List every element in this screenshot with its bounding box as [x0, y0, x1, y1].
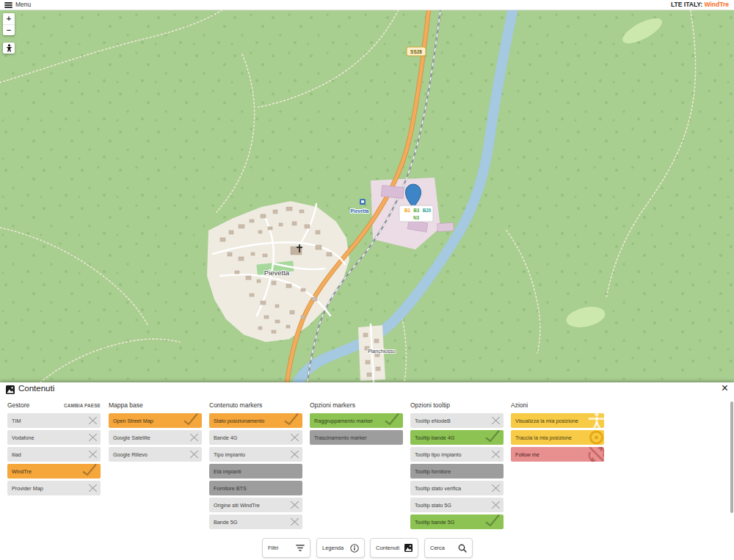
action-button[interactable]: Traccia la mia posizione — [511, 430, 604, 445]
toggle-item[interactable]: Tooltip stato verifica — [410, 481, 504, 495]
toggle-item[interactable]: Tooltip bande 4G — [410, 430, 504, 445]
target-icon — [586, 430, 604, 445]
item-label: Provider Map — [12, 485, 43, 492]
item-label: Vodafone — [12, 434, 34, 441]
app-title: LTE ITALY: WindTre — [671, 1, 729, 8]
follow-off-icon — [587, 447, 604, 462]
band-4g-label: B20 — [423, 208, 432, 213]
image-icon — [404, 544, 413, 552]
check-icon — [484, 514, 501, 527]
cerca-button[interactable]: Cerca — [424, 538, 473, 558]
filtri-button[interactable]: Filtri — [262, 538, 310, 558]
contenuti-panel: Contenuti × Gestore CAMBIA PAESE TIMVoda… — [0, 382, 734, 560]
toggle-item[interactable]: Tooltip eNodeB — [410, 413, 504, 428]
action-button[interactable]: Visualizza la mia posizione — [511, 413, 604, 428]
toggle-item[interactable]: WindTre — [7, 464, 101, 479]
item-label: Tooltip fornitore — [415, 468, 451, 475]
column-opzioni-tooltip: Opzioni tooltip Tooltip eNodeBTooltip ba… — [410, 401, 504, 531]
zoom-control: + − — [3, 13, 15, 35]
toggle-item[interactable]: Bande 4G — [209, 430, 302, 445]
check-icon — [81, 464, 98, 476]
band-4g-label: B3 — [413, 208, 420, 213]
x-icon — [189, 433, 200, 443]
item-label: Tooltip stato verifica — [415, 485, 461, 492]
item-label: TIM — [12, 418, 21, 424]
contenuti-button[interactable]: Contenuti — [370, 538, 418, 558]
column-header: Opzioni tooltip — [410, 401, 450, 409]
filtri-button-label: Filtri — [268, 545, 278, 551]
item-label: Tooltip bande 4G — [415, 434, 454, 441]
toggle-item[interactable]: TIM — [7, 413, 101, 428]
column-mappa-base: Mappa base Open Street MapGoogle Satelli… — [109, 401, 202, 464]
locate-me-button[interactable] — [3, 43, 15, 54]
image-icon — [6, 385, 15, 394]
x-icon — [87, 433, 98, 443]
app-title-prefix: LTE ITALY: — [671, 1, 702, 8]
toggle-item[interactable]: Tooltip tipo impianto — [410, 447, 504, 462]
toggle-item[interactable]: Tooltip stato 5G — [410, 498, 504, 512]
toggle-item[interactable]: Origine siti WindTre — [209, 498, 302, 512]
toggle-item[interactable]: Vodafone — [7, 430, 101, 445]
toggle-item[interactable]: Google Satellite — [109, 430, 202, 445]
item-label: Tooltip tipo impianto — [415, 451, 462, 458]
top-bar: Menu LTE ITALY: WindTre — [0, 0, 734, 10]
item-label: WindTre — [12, 468, 32, 475]
toggle-item[interactable]: Provider Map — [7, 481, 101, 495]
toggle-item: Tooltip fornitore — [410, 464, 504, 479]
toggle-item[interactable]: Google Rilievo — [109, 447, 202, 462]
item-label: Origine siti WindTre — [214, 502, 260, 509]
x-icon — [87, 416, 98, 426]
panel-title: Contenuti — [18, 384, 54, 393]
toggle-item[interactable]: Tooltip bande 5G — [410, 514, 504, 529]
check-icon — [183, 413, 199, 426]
pegman-icon — [6, 44, 12, 52]
item-label: Fornitore BTS — [214, 485, 247, 492]
x-icon — [87, 484, 98, 493]
item-label: Raggruppamento marker — [314, 418, 373, 424]
column-azioni: Azioni Visualizza la mia posizioneTracci… — [511, 401, 604, 464]
item-label: Bande 5G — [214, 519, 237, 526]
panel-scrollbar[interactable] — [730, 401, 733, 513]
x-icon — [289, 517, 300, 527]
x-icon — [189, 450, 200, 459]
zoom-in-button[interactable]: + — [3, 13, 15, 24]
column-header: Gestore — [7, 401, 29, 409]
x-icon — [289, 433, 300, 443]
person-icon — [587, 413, 604, 428]
item-label: Tooltip bande 5G — [415, 519, 454, 526]
column-header: Contenuto markers — [209, 401, 262, 409]
menu-label[interactable]: Menu — [15, 1, 31, 8]
toggle-item[interactable]: Stato posizionamento — [209, 413, 302, 428]
toggle-item[interactable]: Open Street Map — [109, 413, 202, 428]
hamburger-menu-icon[interactable] — [4, 2, 12, 8]
road-badge: SS28 — [407, 47, 426, 56]
zoom-out-button[interactable]: − — [3, 24, 15, 35]
item-label: Tooltip eNodeB — [415, 418, 451, 424]
item-label: Trascinamento marker — [314, 434, 367, 441]
station-label: Pievetta — [351, 208, 369, 214]
toggle-item[interactable]: iliad — [7, 447, 101, 462]
action-button[interactable]: Follow me — [511, 447, 604, 462]
item-label: Tooltip stato 5G — [415, 502, 451, 509]
x-icon — [289, 450, 300, 459]
band-5g-label: N3 — [413, 215, 420, 220]
close-icon[interactable]: × — [722, 382, 728, 394]
svg-text:SS28: SS28 — [410, 49, 422, 54]
item-label: Età impianti — [214, 468, 241, 475]
info-icon — [350, 544, 359, 553]
toggle-item[interactable]: Tipo impianto — [209, 447, 302, 462]
toggle-item[interactable]: Raggruppamento marker — [310, 413, 403, 428]
toggle-item[interactable]: Bande 5G — [209, 514, 302, 529]
item-label: Google Satellite — [113, 434, 150, 441]
map-canvas[interactable]: SS28 — [0, 10, 734, 382]
item-label: Stato posizionamento — [214, 418, 264, 424]
legenda-button-label: Legenda — [322, 545, 344, 551]
column-gestore: Gestore CAMBIA PAESE TIMVodafoneiliadWin… — [7, 401, 101, 498]
toggle-item: Trascinamento marker — [310, 430, 403, 445]
x-icon — [490, 501, 501, 510]
cambia-paese-link[interactable]: CAMBIA PAESE — [64, 403, 101, 408]
legenda-button[interactable]: Legenda — [316, 538, 365, 558]
filter-icon — [296, 544, 305, 552]
column-header: Mappa base — [109, 401, 143, 409]
village-label: Pianchiosso — [368, 349, 396, 354]
